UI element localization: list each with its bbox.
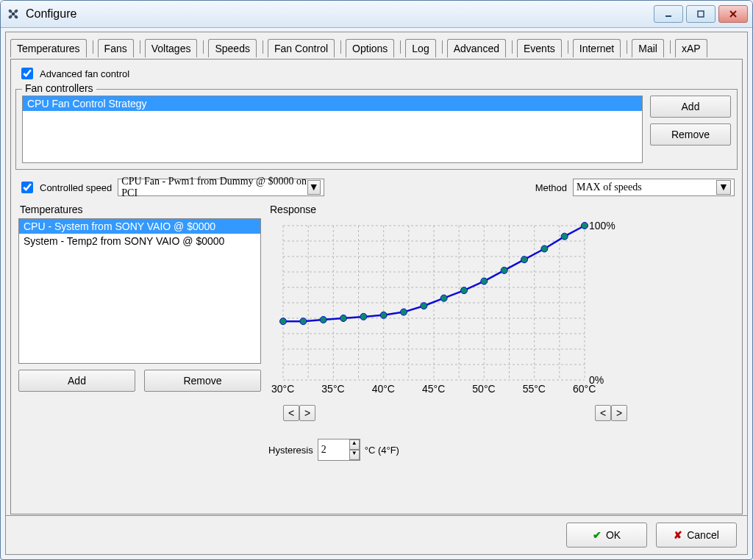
hysteresis-unit: °C (4°F): [365, 445, 399, 456]
svg-point-29: [280, 318, 287, 325]
app-icon: [5, 6, 21, 22]
svg-point-43: [561, 233, 568, 240]
svg-point-42: [541, 245, 548, 252]
xmax-dec-button[interactable]: <: [595, 405, 611, 421]
tab-fans[interactable]: Fans: [98, 39, 134, 57]
close-button[interactable]: [718, 5, 748, 23]
hysteresis-label: Hysteresis: [268, 445, 313, 456]
method-label: Method: [535, 182, 567, 193]
tab-internet[interactable]: Internet: [573, 39, 621, 57]
temps-remove-button[interactable]: Remove: [144, 370, 261, 392]
window-title: Configure: [26, 7, 654, 21]
method-select[interactable]: MAX of speeds ▼: [573, 179, 735, 196]
controllers-legend: Fan controllers: [22, 82, 96, 94]
x-tick-label: 55°C: [523, 383, 546, 395]
temp-item[interactable]: CPU - System from SONY VAIO @ $0000: [19, 219, 260, 234]
svg-point-41: [521, 256, 528, 263]
tab-advanced[interactable]: Advanced: [447, 39, 506, 57]
svg-point-38: [461, 287, 468, 294]
ok-button[interactable]: ✔ OK: [566, 523, 647, 548]
method-value: MAX of speeds: [577, 182, 642, 193]
xmax-inc-button[interactable]: >: [611, 405, 627, 421]
x-tick-label: 45°C: [422, 383, 445, 395]
svg-point-0: [12, 12, 15, 16]
tab-mail[interactable]: Mail: [632, 39, 664, 57]
tab-speeds[interactable]: Speeds: [208, 39, 256, 57]
tab-options[interactable]: Options: [346, 39, 394, 57]
x-tick-label: 35°C: [321, 383, 344, 395]
chevron-down-icon: ▼: [307, 180, 321, 195]
svg-point-33: [360, 313, 367, 320]
svg-point-32: [340, 315, 347, 322]
svg-rect-2: [698, 11, 704, 17]
temp-item[interactable]: System - Temp2 from SONY VAIO @ $0000: [19, 234, 260, 248]
cs-value: CPU Fan - Pwm1 from Dummy @ $0000 on PCI: [121, 176, 307, 199]
controlled-speed-checkbox[interactable]: Controlled speed: [18, 179, 112, 195]
svg-point-37: [440, 295, 447, 301]
svg-point-35: [401, 309, 407, 315]
xmin-inc-button[interactable]: >: [299, 405, 315, 421]
x-tick-label: 50°C: [472, 383, 495, 395]
controllers-list[interactable]: CPU Fan Control Strategy: [22, 96, 643, 163]
cancel-button[interactable]: ✘ Cancel: [656, 523, 737, 548]
svg-point-44: [582, 223, 588, 229]
controllers-remove-button[interactable]: Remove: [650, 123, 731, 146]
y-tick-label: 0%: [589, 374, 604, 386]
x-icon: ✘: [674, 529, 682, 541]
hysteresis-down-button[interactable]: ▼: [349, 450, 360, 460]
svg-point-40: [501, 267, 507, 273]
afc-check-input[interactable]: [21, 68, 33, 79]
hysteresis-up-button[interactable]: ▲: [349, 439, 360, 450]
afc-label: Advanced fan control: [40, 68, 129, 79]
advanced-fan-control-checkbox[interactable]: Advanced fan control: [18, 65, 129, 82]
svg-point-34: [380, 312, 387, 318]
chevron-down-icon: ▼: [716, 180, 731, 195]
tab-fan-control[interactable]: Fan Control: [268, 39, 335, 57]
tab-temperatures[interactable]: Temperatures: [10, 39, 87, 57]
tab-log[interactable]: Log: [405, 39, 435, 57]
x-tick-label: 40°C: [372, 383, 395, 395]
controlled-speed-select[interactable]: CPU Fan - Pwm1 from Dummy @ $0000 on PCI…: [118, 179, 324, 196]
controllers-add-button[interactable]: Add: [650, 96, 731, 118]
x-tick-label: 30°C: [271, 383, 294, 395]
controller-item[interactable]: CPU Fan Control Strategy: [23, 96, 642, 111]
temps-legend: Temperatures: [18, 202, 261, 218]
response-legend: Response: [268, 202, 735, 218]
cs-label: Controlled speed: [40, 182, 112, 193]
svg-point-36: [421, 303, 427, 309]
cs-check-input[interactable]: [21, 182, 33, 193]
response-chart: 30°C35°C40°C45°C50°C55°C60°C100%0%: [268, 218, 629, 402]
tab-voltages[interactable]: Voltages: [145, 39, 198, 57]
tab-xap[interactable]: xAP: [675, 39, 707, 57]
minimize-button[interactable]: [654, 5, 683, 23]
svg-point-30: [300, 318, 307, 325]
xmin-dec-button[interactable]: <: [283, 405, 299, 421]
check-icon: ✔: [593, 529, 602, 541]
svg-point-31: [320, 317, 326, 323]
temps-add-button[interactable]: Add: [18, 370, 135, 392]
hysteresis-input[interactable]: [318, 439, 349, 460]
svg-point-39: [481, 278, 488, 284]
maximize-button[interactable]: [686, 5, 715, 23]
tab-events[interactable]: Events: [517, 39, 562, 57]
temps-list[interactable]: CPU - System from SONY VAIO @ $0000Syste…: [18, 218, 261, 364]
y-tick-label: 100%: [589, 220, 615, 231]
